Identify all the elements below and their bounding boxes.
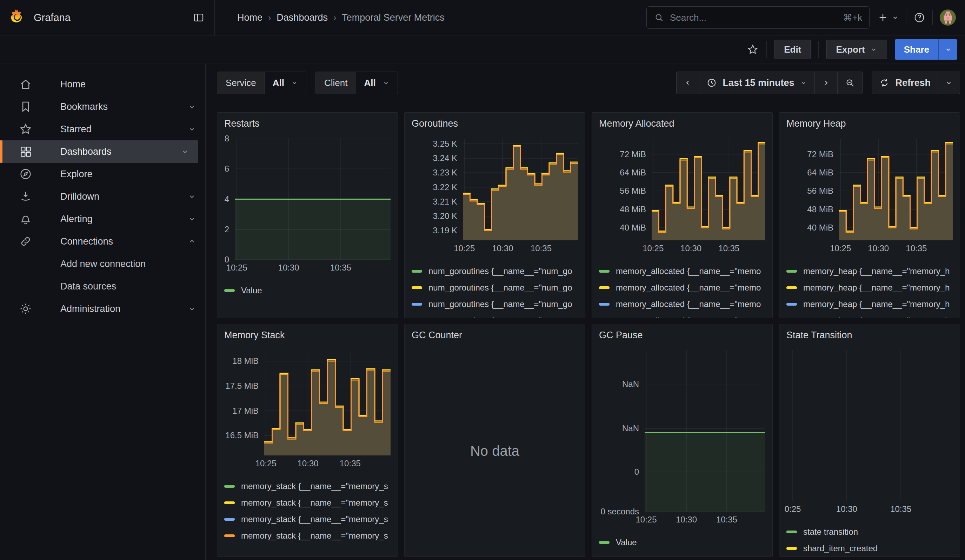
- chart-goroutines: 3.19 K3.20 K3.21 K3.22 K3.23 K3.24 K3.25…: [412, 139, 578, 255]
- chart-restarts: 02468 10:2510:3010:35: [224, 139, 391, 274]
- x-axis-labels: 10:2510:3010:35: [235, 263, 391, 274]
- sidebar-item-explore[interactable]: Explore: [0, 163, 205, 185]
- sidebar-toggle-icon[interactable]: [193, 11, 204, 23]
- top-bar-brand-section: Grafana: [0, 0, 215, 35]
- refresh-button[interactable]: Refresh: [872, 72, 938, 94]
- legend-item[interactable]: num_goroutines {__name__="num_go: [412, 296, 578, 312]
- time-shift-forward-button[interactable]: [815, 72, 837, 94]
- legend-label: num_goroutines {__name__="num_go: [429, 283, 572, 292]
- panel-title[interactable]: Restarts: [224, 118, 391, 129]
- legend-item[interactable]: memory_heap {__name__="memory_h: [787, 312, 953, 318]
- sidebar-item-bookmarks[interactable]: Bookmarks: [0, 95, 205, 118]
- legend-item[interactable]: shard_item_created: [787, 540, 953, 557]
- legend-label: memory_stack {__name__="memory_s: [241, 482, 388, 491]
- sidebar-item-administration[interactable]: Administration: [0, 297, 205, 320]
- sidebar-item-add-new-connection[interactable]: Add new connection: [0, 253, 205, 275]
- breadcrumb-home[interactable]: Home: [237, 12, 262, 23]
- legend-item[interactable]: memory_allocated {__name__="memo: [599, 279, 765, 296]
- y-axis-labels: 16.5 MiB17 MiB17.5 MiB18 MiB: [224, 350, 264, 456]
- chevron-down-icon[interactable]: [188, 215, 196, 223]
- legend-item[interactable]: Value: [599, 534, 765, 550]
- dashboard-main: Service All Client All: [206, 64, 965, 560]
- legend-item[interactable]: memory_stack {__name__="memory_s: [224, 478, 391, 495]
- legend-item[interactable]: Value: [224, 282, 391, 299]
- legend-item[interactable]: num_goroutines {__name__="num_go: [412, 279, 578, 296]
- legend-item[interactable]: memory_heap {__name__="memory_h: [787, 263, 953, 279]
- panel-title[interactable]: GC Counter: [412, 329, 578, 341]
- x-axis-labels: 10:2510:3010:35: [463, 243, 578, 255]
- gear-icon: [19, 302, 35, 315]
- chevron-down-icon: [944, 46, 952, 53]
- legend-item[interactable]: memory_stack {__name__="memory_s: [224, 495, 391, 511]
- refresh-interval-button[interactable]: [938, 72, 960, 94]
- legend-item[interactable]: num_goroutines {__name__="num_go: [412, 263, 578, 279]
- sidebar-item-alerting[interactable]: Alerting: [0, 208, 205, 230]
- time-range-picker[interactable]: Last 15 minutes: [699, 72, 815, 94]
- legend-item[interactable]: memory_allocated {__name__="memo: [599, 312, 765, 318]
- plot-area[interactable]: [264, 350, 391, 456]
- legend-item[interactable]: memory_stack {__name__="memory_s: [224, 527, 391, 544]
- help-icon[interactable]: [913, 11, 925, 23]
- favorite-star-icon[interactable]: [747, 44, 759, 56]
- legend-item[interactable]: memory_heap {__name__="memory_h: [787, 279, 953, 296]
- sidebar-item-dashboards[interactable]: Dashboards: [0, 140, 198, 163]
- sidebar-item-connections[interactable]: Connections: [0, 230, 205, 253]
- panel-gc-counter: GC Counter No data: [404, 324, 585, 557]
- avatar[interactable]: [940, 10, 956, 26]
- plot-area[interactable]: [839, 139, 953, 240]
- edit-button[interactable]: Edit: [774, 40, 811, 59]
- chevron-down-icon[interactable]: [188, 103, 196, 111]
- series-color-dash: [224, 485, 235, 488]
- legend: Value: [224, 282, 391, 299]
- service-label: Service: [217, 72, 265, 94]
- sidebar-item-home[interactable]: Home: [0, 73, 205, 95]
- sidebar-item-drilldown[interactable]: Drilldown: [0, 185, 205, 208]
- sidebar-item-starred[interactable]: Starred: [0, 118, 205, 140]
- legend-item[interactable]: memory_heap {__name__="memory_h: [787, 296, 953, 312]
- plot-area[interactable]: [463, 139, 578, 240]
- plot-area[interactable]: [235, 139, 391, 260]
- legend-item[interactable]: memory_stack {__name__="memory_s: [224, 511, 391, 527]
- legend-item[interactable]: memory_allocated {__name__="memo: [599, 296, 765, 312]
- breadcrumb-dashboards[interactable]: Dashboards: [276, 12, 328, 23]
- panel-title[interactable]: Memory Allocated: [599, 118, 765, 129]
- grafana-logo[interactable]: [9, 9, 25, 26]
- chevron-down-icon[interactable]: [188, 125, 196, 133]
- export-button[interactable]: Export: [826, 40, 887, 59]
- divider: [766, 41, 767, 58]
- legend-item[interactable]: memory_allocated {__name__="memo: [599, 263, 765, 279]
- panel-title[interactable]: Goroutines: [412, 118, 578, 129]
- chevron-down-icon[interactable]: [181, 147, 189, 156]
- sidebar-item-label: Starred: [61, 124, 92, 135]
- chevron-down-icon[interactable]: [188, 192, 196, 201]
- series-color-dash: [412, 286, 422, 289]
- add-button[interactable]: [877, 12, 899, 23]
- x-axis-labels: 10:2510:3010:35: [839, 243, 953, 255]
- panel-title[interactable]: State Transition: [787, 329, 953, 341]
- share-menu-button[interactable]: [938, 39, 957, 60]
- legend-label: Value: [616, 537, 637, 547]
- sidebar-item-data-sources[interactable]: Data sources: [0, 275, 205, 297]
- time-range-label: Last 15 minutes: [723, 78, 794, 88]
- plot-area[interactable]: [652, 139, 765, 240]
- client-variable-dropdown[interactable]: Client All: [316, 72, 398, 94]
- legend: num_goroutines {__name__="num_go num_gor…: [412, 263, 578, 318]
- zoom-out-button[interactable]: [837, 72, 862, 94]
- divider: [932, 10, 933, 25]
- plot-area[interactable]: [791, 350, 953, 501]
- series-color-dash: [787, 547, 797, 550]
- chevron-up-icon[interactable]: [188, 237, 196, 246]
- service-variable-dropdown[interactable]: Service All: [217, 72, 306, 94]
- legend-item[interactable]: num_goroutines {__name__="num_go: [412, 312, 578, 318]
- plot-area[interactable]: [644, 350, 765, 511]
- time-shift-back-button[interactable]: [677, 72, 699, 94]
- legend-item[interactable]: state transition: [787, 524, 953, 540]
- panel-title[interactable]: GC Pause: [599, 329, 765, 341]
- search-input[interactable]: Search... ⌘+k: [646, 6, 870, 29]
- chevron-down-icon[interactable]: [188, 305, 196, 313]
- share-button[interactable]: Share: [895, 39, 938, 60]
- legend-label: memory_heap {__name__="memory_h: [803, 266, 950, 276]
- zoom-out-icon: [845, 78, 855, 88]
- panel-title[interactable]: Memory Stack: [224, 329, 391, 341]
- panel-title[interactable]: Memory Heap: [787, 118, 953, 129]
